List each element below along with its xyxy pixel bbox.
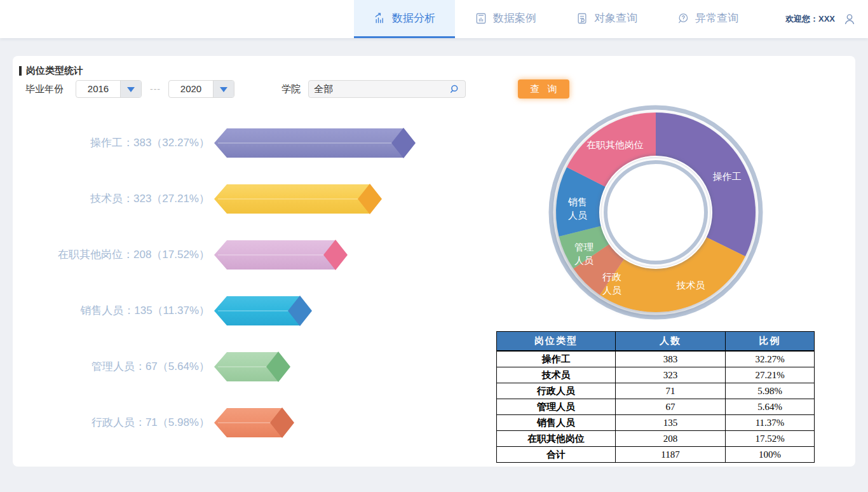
- tab-label: 数据案例: [493, 11, 536, 25]
- bar-label: 管理人员：67（5.64%）: [19, 348, 210, 386]
- table-cell-value: 17.52%: [726, 431, 815, 447]
- donut-slice-label: 行政 人员: [602, 270, 621, 297]
- tab-label: 数据分析: [392, 11, 435, 25]
- table-cell-category: 销售人员: [497, 415, 616, 431]
- table-cell-value: 135: [616, 415, 726, 431]
- table-cell-value: 208: [616, 431, 726, 447]
- bar: [214, 404, 295, 442]
- table-cell-category: 行政人员: [497, 383, 616, 399]
- table-cell-value: 71: [616, 383, 726, 399]
- tab-exception-query[interactable]: 异常查询: [657, 0, 758, 38]
- welcome-text: 欢迎您：XXX: [785, 13, 835, 25]
- table-cell-value: 5.98%: [726, 383, 815, 399]
- table-cell-value: 323: [616, 367, 726, 383]
- table-row: 在职其他岗位20817.52%: [497, 431, 815, 447]
- bar-chart-arrow-icon: [374, 12, 386, 25]
- table-cell-category: 技术员: [497, 367, 616, 383]
- table-row: 行政人员715.98%: [497, 383, 815, 399]
- table-cell-category: 在职其他岗位: [497, 431, 616, 447]
- table-header-cell: 人数: [616, 332, 726, 352]
- tab-label: 异常查询: [695, 11, 738, 25]
- table-cell-value: 383: [616, 351, 726, 367]
- report-icon: [475, 12, 487, 25]
- bar: [214, 124, 417, 162]
- table-cell-value: 5.64%: [726, 399, 815, 415]
- tab-data-cases[interactable]: 数据案例: [455, 0, 556, 38]
- bar-label: 销售人员：135（11.37%）: [19, 292, 210, 330]
- table-row: 技术员32327.21%: [497, 367, 815, 383]
- query-button[interactable]: 查 询: [518, 79, 569, 99]
- bar-label: 在职其他岗位：208（17.52%）: [19, 236, 210, 274]
- bar-label: 操作工：383（32.27%）: [19, 124, 210, 162]
- tab-data-analysis[interactable]: 数据分析: [354, 0, 455, 38]
- donut-slice-label: 操作工: [713, 170, 742, 183]
- table-row: 操作工38332.27%: [497, 351, 815, 367]
- tab-object-query[interactable]: 对象查询: [556, 0, 657, 38]
- table-cell-value: 1187: [616, 447, 726, 463]
- table-cell-value: 100%: [726, 447, 815, 463]
- tab-label: 对象查询: [594, 11, 637, 25]
- job-type-stats-panel: 岗位类型统计 毕业年份 2016 --- 2020 学院 全部 查 询 操作工：…: [13, 56, 855, 467]
- user-icon[interactable]: [843, 12, 857, 26]
- donut-slice-label: 销售 人员: [568, 195, 587, 222]
- user-area: 欢迎您：XXX: [785, 0, 868, 38]
- table-head: 岗位类型人数比例: [497, 332, 815, 352]
- question-search-icon: [677, 12, 689, 25]
- bar-label: 技术员：323（27.21%）: [19, 180, 210, 218]
- bar-label: 行政人员：71（5.98%）: [19, 404, 210, 442]
- donut-chart: 操作工技术员行政 人员管理 人员销售 人员在职其他岗位: [546, 103, 765, 322]
- bar: [214, 348, 292, 386]
- nav-tabs: 数据分析 数据案例 对象查询: [354, 0, 758, 38]
- table-header-cell: 岗位类型: [497, 332, 616, 352]
- table-row: 管理人员675.64%: [497, 399, 815, 415]
- table-cell-category: 管理人员: [497, 399, 616, 415]
- top-navigation: 数据分析 数据案例 对象查询: [0, 0, 868, 38]
- donut-slice-label: 管理 人员: [574, 240, 593, 267]
- bar: [214, 292, 313, 330]
- bar-chart: 操作工：383（32.27%）技术员：323（27.21%）在职其他岗位：208…: [13, 56, 470, 467]
- donut-slice-label: 在职其他岗位: [587, 138, 644, 151]
- table-cell-value: 11.37%: [726, 415, 815, 431]
- table-row: 销售人员13511.37%: [497, 415, 815, 431]
- bar: [214, 236, 349, 274]
- table-header-cell: 比例: [726, 332, 815, 352]
- table-cell-value: 32.27%: [726, 351, 815, 367]
- document-search-icon: [576, 12, 588, 25]
- table-row: 合计1187100%: [497, 447, 815, 463]
- stats-table: 岗位类型人数比例 操作工38332.27%技术员32327.21%行政人员715…: [496, 331, 815, 463]
- donut-slice-label: 技术员: [677, 278, 705, 292]
- table-cell-value: 67: [616, 399, 726, 415]
- table-cell-value: 27.21%: [726, 367, 815, 383]
- bar: [214, 180, 383, 218]
- table-body: 操作工38332.27%技术员32327.21%行政人员715.98%管理人员6…: [497, 351, 815, 463]
- table-cell-category: 合计: [497, 447, 616, 463]
- table-cell-category: 操作工: [497, 351, 616, 367]
